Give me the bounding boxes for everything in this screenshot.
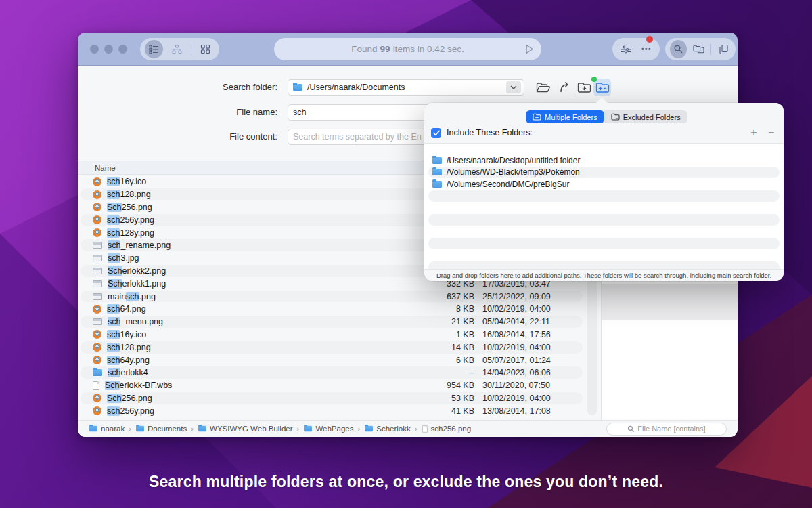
file-name: sch64y.png (107, 356, 150, 365)
compare-folders-button[interactable] (692, 44, 706, 54)
list-view-button[interactable] (145, 40, 163, 58)
file-name: Sch256.png (107, 203, 152, 212)
marketing-caption: Search multiple folders at once, or excl… (0, 473, 812, 491)
multiple-folders-button[interactable] (593, 79, 611, 96)
choose-folder-button[interactable] (535, 79, 552, 96)
match-highlight: sch (126, 292, 139, 301)
folder-icon (365, 426, 373, 432)
remove-folder-button[interactable]: − (768, 127, 774, 138)
file-row[interactable]: scherlokk4--14/04/2023, 06:06 (78, 366, 600, 379)
popover-tabs: Multiple Folders Excluded Folders (526, 110, 687, 123)
reveal-in-folder-button[interactable] (575, 79, 593, 96)
file-date: 10/02/2019, 04:00 (474, 394, 577, 403)
file-row[interactable]: mainsch.png637 KB25/12/2022, 09:09 (78, 290, 600, 303)
tab-multiple-folders[interactable]: Multiple Folders (526, 110, 604, 123)
more-options-button[interactable]: ••• (639, 45, 655, 53)
folder-plus-icon (533, 113, 541, 121)
empty-folder-row (424, 214, 784, 226)
breadcrumb-separator: › (191, 425, 194, 433)
file-size: 637 KB (420, 292, 474, 301)
included-folder-row[interactable]: /Volumes/Second/DMG/preBigSur (424, 178, 784, 190)
match-highlight: sch (108, 253, 120, 263)
combobox-dropdown-button[interactable] (506, 81, 521, 93)
file-row[interactable]: sch64y.png6 KB05/07/2017, 01:24 (78, 354, 600, 366)
match-highlight: sch (107, 406, 120, 416)
file-row[interactable]: sch64.png8 KB10/02/2019, 04:00 (78, 303, 600, 316)
parent-folder-button[interactable] (556, 79, 573, 96)
search-icon (627, 425, 635, 433)
file-row[interactable]: sch_menu.png21 KB05/04/2014, 22:11 (78, 316, 600, 329)
included-folders-list: /Users/naarak/Desktop/untitled folder/Vo… (424, 144, 784, 269)
folder-icon (304, 426, 312, 432)
match-highlight: Sch (108, 266, 122, 276)
folder-icon (89, 426, 97, 432)
img-icon (93, 268, 102, 274)
open-folder-icon (536, 82, 551, 93)
file-row[interactable]: sch128.png14 KB10/02/2019, 04:00 (78, 341, 600, 354)
breadcrumb-item[interactable]: Documents (135, 425, 187, 433)
include-checkbox[interactable] (431, 128, 441, 138)
match-highlight: sch (107, 304, 120, 314)
breadcrumb-item[interactable]: sch256.png (422, 425, 471, 433)
grid-view-button[interactable] (196, 40, 215, 58)
status-bar: naarak›Documents›WYSIWYG Web Builder›Web… (78, 420, 738, 437)
app-icon (93, 305, 102, 314)
empty-folder-row (424, 226, 784, 238)
file-row[interactable]: Scherlokk-BF.wbs954 KB30/11/2020, 07:50 (78, 379, 600, 392)
folder-minus-icon (611, 113, 620, 121)
search-icon (673, 44, 683, 54)
status-text: Found (351, 44, 377, 54)
breadcrumb-item[interactable]: WebPages (303, 425, 353, 433)
breadcrumb-label: sch256.png (431, 425, 471, 433)
tab-excluded-folders[interactable]: Excluded Folders (604, 110, 687, 123)
hierarchy-view-button[interactable] (168, 40, 186, 58)
status-text: items in 0.42 sec. (393, 44, 464, 54)
add-folder-button[interactable]: + (750, 127, 757, 138)
folder-icon (432, 169, 442, 175)
breadcrumb-item[interactable]: naarak (89, 425, 125, 433)
start-search-button[interactable] (522, 43, 535, 58)
list-view-icon (149, 45, 159, 54)
app-icon (93, 356, 102, 364)
folder-path: /Users/naarak/Desktop/untitled folder (447, 156, 580, 165)
included-folder-row[interactable]: /Volumes/WD-Black/temp3/Pokémon (424, 167, 784, 179)
file-date: 10/02/2019, 04:00 (474, 304, 577, 314)
close-button[interactable] (90, 45, 99, 54)
match-highlight: sch (107, 343, 120, 352)
search-folder-combobox[interactable]: /Users/naarak/Documents (288, 79, 524, 96)
file-row[interactable]: Sch256.png53 KB10/02/2019, 04:00 (78, 392, 600, 405)
chevron-down-icon (510, 85, 517, 89)
file-row[interactable]: sch256y.png41 KB13/08/2014, 17:08 (78, 404, 600, 417)
result-filter-input[interactable]: File Name [contains] (606, 423, 727, 436)
file-name: Scherlokk2.png (108, 266, 166, 276)
copy-pages-icon (719, 44, 729, 55)
duplicate-files-button[interactable] (716, 44, 731, 55)
match-highlight: sch (107, 177, 120, 186)
file-date: 25/12/2022, 09:09 (474, 292, 577, 301)
img-icon (93, 318, 102, 325)
search-status-field[interactable]: Found 99 items in 0.42 sec. (274, 38, 541, 60)
notification-badge (646, 36, 653, 43)
breadcrumb-item[interactable]: Scherlokk (364, 425, 411, 433)
file-date: 14/04/2023, 06:06 (474, 368, 577, 377)
file-name: sch_menu.png (108, 317, 163, 326)
folder-path: /Volumes/Second/DMG/preBigSur (447, 179, 569, 189)
doc-icon (93, 381, 99, 390)
app-icon (93, 177, 102, 186)
filters-button[interactable] (618, 45, 634, 54)
file-name: Scherlokk-BF.wbs (105, 381, 172, 390)
empty-folder-row (424, 202, 784, 214)
file-date: 13/08/2014, 17:08 (474, 406, 577, 416)
search-mode-button[interactable] (670, 40, 687, 58)
file-name-value: sch (293, 108, 306, 117)
breadcrumb-item[interactable]: WYSIWYG Web Builder (198, 425, 293, 433)
match-highlight: Sch (107, 203, 122, 212)
zoom-button[interactable] (118, 45, 127, 54)
mode-segment (665, 38, 736, 60)
options-segment: ••• (612, 38, 660, 60)
file-row[interactable]: sch16y.ico1 KB16/08/2014, 17:56 (78, 329, 600, 341)
desktop: Found 99 items in 0.42 sec. ••• (0, 0, 812, 508)
minimize-button[interactable] (104, 45, 113, 54)
included-folder-row[interactable]: /Users/naarak/Desktop/untitled folder (424, 154, 784, 167)
match-highlight: Sch (108, 279, 122, 289)
